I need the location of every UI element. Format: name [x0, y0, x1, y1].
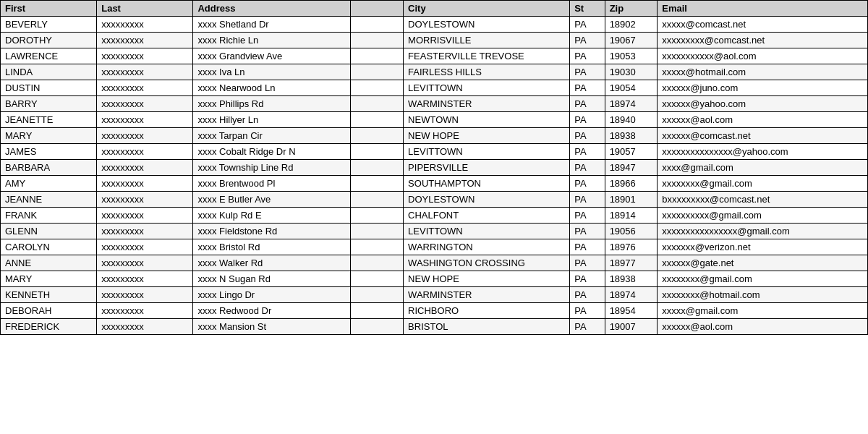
- table-cell: xxxx Tarpan Cir: [193, 128, 351, 144]
- table-cell: [351, 33, 404, 48]
- table-row: MARYxxxxxxxxxxxxx Tarpan CirNEW HOPEPA18…: [1, 128, 868, 144]
- table-cell: xxxxxxxxx: [97, 160, 193, 176]
- table-cell: 19054: [605, 80, 658, 96]
- table-cell: xxxx Richie Ln: [193, 33, 351, 48]
- table-cell: xxxx Hillyer Ln: [193, 112, 351, 128]
- table-cell: xxxx E Butler Ave: [193, 192, 351, 208]
- table-cell: xxxxxxxxx: [97, 208, 193, 224]
- table-cell: 18954: [605, 303, 658, 319]
- table-cell: xxxxxxxxx: [97, 192, 193, 208]
- table-cell: xxxxxxxxxxxxxxxx@gmail.com: [658, 224, 868, 239]
- table-cell: xxxx Cobalt Ridge Dr N: [193, 144, 351, 160]
- table-row: JAMESxxxxxxxxxxxxx Cobalt Ridge Dr NLEVI…: [1, 144, 868, 160]
- table-cell: BARBARA: [1, 160, 97, 176]
- table-cell: FEASTERVILLE TREVOSE: [404, 48, 570, 64]
- table-cell: xxxxxx@yahoo.com: [658, 96, 868, 112]
- table-row: KENNETHxxxxxxxxxxxxx Lingo DrWARMINSTERP…: [1, 287, 868, 303]
- table-cell: xxxxx@gmail.com: [658, 303, 868, 319]
- table-cell: 18974: [605, 96, 658, 112]
- table-cell: DOYLESTOWN: [404, 17, 570, 33]
- table-cell: xxxx Lingo Dr: [193, 287, 351, 303]
- table-cell: LEVITTOWN: [404, 224, 570, 239]
- table-row: JEANETTExxxxxxxxxxxxx Hillyer LnNEWTOWNP…: [1, 112, 868, 128]
- table-cell: NEWTOWN: [404, 112, 570, 128]
- header-city: City: [404, 1, 570, 17]
- table-cell: PA: [570, 112, 605, 128]
- table-cell: BRISTOL: [404, 319, 570, 335]
- table-cell: [351, 80, 404, 96]
- table-cell: PA: [570, 303, 605, 319]
- table-cell: [351, 319, 404, 335]
- table-cell: [351, 160, 404, 176]
- table-cell: 18938: [605, 271, 658, 287]
- table-cell: DEBORAH: [1, 303, 97, 319]
- table-cell: WARMINSTER: [404, 287, 570, 303]
- table-cell: xxxxxxxxx: [97, 128, 193, 144]
- table-cell: [351, 303, 404, 319]
- table-cell: xxxxxx@comcast.net: [658, 128, 868, 144]
- table-cell: PA: [570, 33, 605, 48]
- table-cell: NEW HOPE: [404, 128, 570, 144]
- table-cell: xxxxxxxxx: [97, 287, 193, 303]
- table-cell: xxxx Brentwood Pl: [193, 176, 351, 192]
- table-row: DUSTINxxxxxxxxxxxxx Nearwood LnLEVITTOWN…: [1, 80, 868, 96]
- header-addr2: [351, 1, 404, 17]
- header-last: Last: [97, 1, 193, 17]
- table-cell: KENNETH: [1, 287, 97, 303]
- table-cell: xxxxxxxxxxx@aol.com: [658, 48, 868, 64]
- table-row: BARRYxxxxxxxxxxxxx Phillips RdWARMINSTER…: [1, 96, 868, 112]
- table-cell: PA: [570, 319, 605, 335]
- table-cell: RICHBORO: [404, 303, 570, 319]
- table-cell: PA: [570, 287, 605, 303]
- table-cell: [351, 255, 404, 271]
- table-cell: xxxxxxxxx: [97, 271, 193, 287]
- table-cell: xxxx Township Line Rd: [193, 160, 351, 176]
- table-cell: xxxxxxxxxxxxxxx@yahoo.com: [658, 144, 868, 160]
- table-cell: MARY: [1, 271, 97, 287]
- table-cell: PA: [570, 239, 605, 255]
- table-row: LINDAxxxxxxxxxxxxx Iva LnFAIRLESS HILLSP…: [1, 64, 868, 80]
- table-cell: 19067: [605, 33, 658, 48]
- table-cell: 18976: [605, 239, 658, 255]
- table-cell: FREDERICK: [1, 319, 97, 335]
- table-cell: xxxx N Sugan Rd: [193, 271, 351, 287]
- header-zip: Zip: [605, 1, 658, 17]
- table-cell: PA: [570, 128, 605, 144]
- table-cell: xxxxxxxxx: [97, 319, 193, 335]
- table-cell: 19030: [605, 64, 658, 80]
- table-cell: xxxx Nearwood Ln: [193, 80, 351, 96]
- table-cell: [351, 17, 404, 33]
- table-cell: PA: [570, 17, 605, 33]
- table-cell: [351, 144, 404, 160]
- table-row: FRANKxxxxxxxxxxxxx Kulp Rd ECHALFONTPA18…: [1, 208, 868, 224]
- table-cell: DOROTHY: [1, 33, 97, 48]
- table-cell: 18940: [605, 112, 658, 128]
- table-cell: WARMINSTER: [404, 96, 570, 112]
- table-cell: xxxx@gmail.com: [658, 160, 868, 176]
- table-cell: 18977: [605, 255, 658, 271]
- table-cell: MARY: [1, 128, 97, 144]
- table-cell: 18974: [605, 287, 658, 303]
- table-cell: FRANK: [1, 208, 97, 224]
- table-cell: xxxxxxxxx: [97, 224, 193, 239]
- table-cell: xxxxxxxxx: [97, 33, 193, 48]
- table-cell: GLENN: [1, 224, 97, 239]
- table-cell: xxxx Walker Rd: [193, 255, 351, 271]
- table-row: FREDERICKxxxxxxxxxxxxx Mansion StBRISTOL…: [1, 319, 868, 335]
- table-cell: WASHINGTON CROSSING: [404, 255, 570, 271]
- table-cell: xxxxxx@aol.com: [658, 112, 868, 128]
- table-cell: PA: [570, 48, 605, 64]
- table-cell: 19057: [605, 144, 658, 160]
- table-cell: PIPERSVILLE: [404, 160, 570, 176]
- table-cell: xxxxxxx@verizon.net: [658, 239, 868, 255]
- table-cell: SOUTHAMPTON: [404, 176, 570, 192]
- table-cell: PA: [570, 192, 605, 208]
- table-cell: PA: [570, 96, 605, 112]
- table-row: DEBORAHxxxxxxxxxxxxx Redwood DrRICHBOROP…: [1, 303, 868, 319]
- table-cell: xxxxxxxxx: [97, 64, 193, 80]
- table-row: AMYxxxxxxxxxxxxx Brentwood PlSOUTHAMPTON…: [1, 176, 868, 192]
- table-cell: FAIRLESS HILLS: [404, 64, 570, 80]
- table-cell: LAWRENCE: [1, 48, 97, 64]
- table-cell: bxxxxxxxxx@comcast.net: [658, 192, 868, 208]
- table-cell: DUSTIN: [1, 80, 97, 96]
